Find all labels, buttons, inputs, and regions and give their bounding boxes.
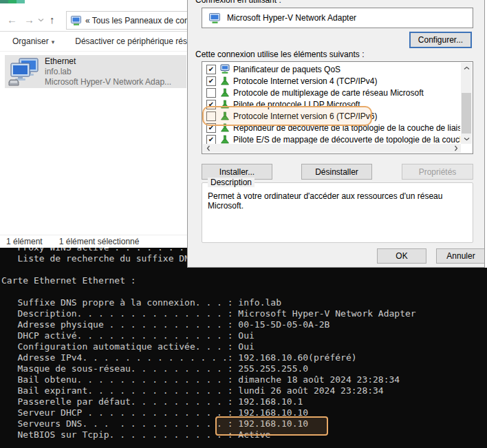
properties-button: Propriétés xyxy=(402,164,473,180)
vertical-scrollbar[interactable] xyxy=(461,63,472,144)
dns-server-highlight-annotation xyxy=(215,416,328,436)
address-bar[interactable]: « Tous les Panneaux de con xyxy=(66,11,188,30)
description-legend: Description xyxy=(208,178,255,187)
fragment-segment xyxy=(0,0,8,3)
uninstall-button[interactable]: Désinstaller xyxy=(301,164,372,180)
qos-icon xyxy=(219,64,230,74)
connection-text: Ethernet info.lab Microsoft Hyper-V Netw… xyxy=(45,55,171,87)
checkbox-checked[interactable]: ✔ xyxy=(206,76,216,86)
scroll-left-icon[interactable] xyxy=(203,144,213,153)
description-text: Permet à votre ordinateur d'accéder aux … xyxy=(208,191,467,211)
protocol-row[interactable]: Protocole de multiplexage de carte résea… xyxy=(204,87,460,98)
window-fragment-icon xyxy=(0,0,25,3)
connection-items-label: Cette connexion utilise les éléments sui… xyxy=(195,50,364,59)
status-bar: 1 élément 1 élément sélectionné xyxy=(0,235,187,248)
configure-button[interactable]: Configurer... xyxy=(409,32,472,48)
description-groupbox: Description Permet à votre ordinateur d'… xyxy=(202,182,473,243)
protocol-row[interactable]: ✔Protocole Internet version 4 (TCP/IPv4) xyxy=(204,75,460,87)
organize-menu[interactable]: Organiser▾ xyxy=(12,36,54,46)
ok-button[interactable]: OK xyxy=(377,248,426,264)
protocol-label[interactable]: Pilote E/S de mappage de découverte de t… xyxy=(233,135,460,145)
adapter-box: Microsoft Hyper-V Network Adapter xyxy=(202,8,473,28)
ethernet-connection-item[interactable]: Ethernet info.lab Microsoft Hyper-V Netw… xyxy=(5,55,186,88)
terminal-window[interactable]: Proxy WINS activé . . . . . . . . . . . … xyxy=(0,248,487,448)
command-bar: Organiser▾ Désactiver ce périphérique ré… xyxy=(0,32,187,52)
ethernet-properties-dialog: Connexion en utilisant : Microsoft Hyper… xyxy=(187,0,485,268)
protocol-label[interactable]: Planificateur de paquets QoS xyxy=(233,65,340,74)
ethernet-adapter-icon xyxy=(8,57,41,88)
protocol-icon xyxy=(219,134,230,145)
up-arrow-icon[interactable]: ↑ xyxy=(50,14,55,25)
protocol-icon xyxy=(219,87,230,98)
cancel-button[interactable]: Annuler xyxy=(436,248,485,264)
protocol-row[interactable]: ✔Planificateur de paquets QoS xyxy=(204,63,460,75)
screen: ← → ↑ « Tous les Panneaux de con Organis… xyxy=(0,0,487,448)
scrollbar-thumb[interactable] xyxy=(462,93,471,134)
horizontal-scrollbar[interactable] xyxy=(203,144,461,153)
protocol-label[interactable]: Protocole Internet version 4 (TCP/IPv4) xyxy=(233,76,377,86)
fragment-segment xyxy=(17,0,25,3)
back-arrow-icon[interactable]: ← xyxy=(7,14,17,25)
explorer-window: ← → ↑ « Tous les Panneaux de con Organis… xyxy=(0,0,188,248)
network-folder-icon xyxy=(70,15,83,26)
adapter-name: Microsoft Hyper-V Network Adapter xyxy=(227,13,356,23)
connection-adapter: Microsoft Hyper-V Network Adap... xyxy=(45,77,171,87)
scroll-right-icon[interactable] xyxy=(451,144,461,153)
ipv6-highlight-annotation xyxy=(202,106,372,126)
network-adapter-icon xyxy=(208,12,221,24)
connection-domain: info.lab xyxy=(45,67,171,77)
forward-arrow-icon[interactable]: → xyxy=(24,14,34,25)
scroll-down-icon[interactable] xyxy=(461,134,472,144)
fragment-segment xyxy=(8,0,17,3)
protocol-list: ✔Planificateur de paquets QoS✔Protocole … xyxy=(204,63,460,145)
chevron-down-icon: ▾ xyxy=(52,39,55,45)
breadcrumb: « Tous les Panneaux de con xyxy=(85,16,188,25)
history-chevron-icon[interactable] xyxy=(38,18,44,22)
protocol-icon xyxy=(219,76,230,86)
checkbox-unchecked[interactable] xyxy=(206,88,216,98)
terminal-text: Proxy WINS activé . . . . . . . . . . . … xyxy=(1,248,416,440)
connect-using-label: Connexion en utilisant : xyxy=(195,0,281,5)
disable-device-command[interactable]: Désactiver ce périphérique résea xyxy=(75,36,187,46)
items-count: 1 élément xyxy=(6,237,43,246)
checkbox-checked[interactable]: ✔ xyxy=(206,65,216,74)
connection-name: Ethernet xyxy=(45,56,171,67)
protocol-label[interactable]: Protocole de multiplexage de carte résea… xyxy=(233,88,424,98)
scroll-up-icon[interactable] xyxy=(461,63,472,73)
selected-count: 1 élément sélectionné xyxy=(59,237,140,246)
checkbox-checked[interactable]: ✔ xyxy=(206,135,216,145)
